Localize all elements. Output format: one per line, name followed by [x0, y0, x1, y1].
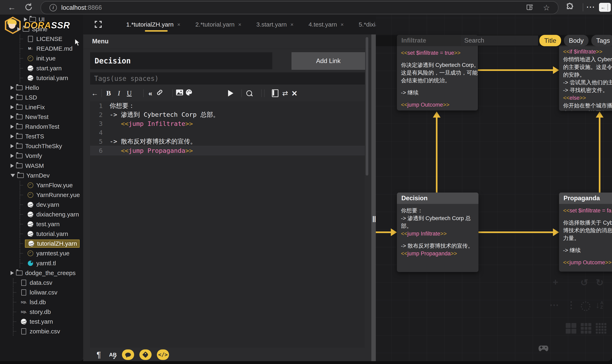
italic-icon[interactable]: I: [113, 89, 125, 97]
tags-input[interactable]: [90, 72, 365, 85]
code-editor[interactable]: 1你想要：2-> 渗透到 Cybertech Corp 总部。3 <<jump …: [90, 101, 365, 348]
filter-body-button[interactable]: Body: [564, 35, 588, 46]
tree-file-loliwar.csv[interactable]: loliwar.csv: [13, 287, 57, 297]
tree-folder-TestTS[interactable]: TestTS: [11, 131, 44, 141]
code-button[interactable]: </>: [157, 350, 169, 360]
code-line-4[interactable]: 4: [90, 128, 365, 137]
tree-folder-NewTest[interactable]: NewTest: [11, 112, 48, 122]
tab-3.start.yarn[interactable]: 3.start.yarn×: [256, 14, 293, 34]
palette-icon[interactable]: [184, 89, 194, 98]
tree-file-data.csv[interactable]: data.csv: [13, 278, 52, 287]
code-line-5[interactable]: 5-> 散布反对赛博技术的宣传。: [90, 137, 365, 146]
tree-file-YarnFlow.yue[interactable]: YarnFlow.yue: [20, 180, 73, 190]
tree-file-dixiacheng.yarn[interactable]: dixiacheng.yarn: [20, 209, 79, 219]
swap-icon[interactable]: ⇄: [280, 89, 290, 97]
add-link-button[interactable]: Add Link: [292, 52, 365, 70]
undo-icon[interactable]: ↺: [580, 277, 588, 288]
url-bar[interactable]: i localhost:8866 ☆: [41, 1, 558, 14]
tree-file-init.yue[interactable]: init.yue: [20, 53, 56, 63]
pilcrow-icon[interactable]: ¶: [97, 350, 101, 359]
code-line-3[interactable]: 3 <<jump Infiltrate>>: [90, 119, 365, 128]
code-line-6[interactable]: 6 <<jump Propaganda>>: [90, 146, 365, 155]
browser-back-icon[interactable]: ←: [7, 3, 16, 12]
gamepad-icon[interactable]: [538, 345, 549, 353]
graph-search-input[interactable]: [461, 36, 538, 46]
search-icon[interactable]: [246, 91, 252, 96]
tree-folder-LSD[interactable]: LSD: [11, 93, 37, 102]
sort-az-icon[interactable]: ↓ AZ: [595, 300, 603, 310]
underline-icon[interactable]: U: [125, 89, 134, 97]
bookmark-star-icon[interactable]: ☆: [543, 3, 550, 12]
panel-splitter[interactable]: ‖: [371, 34, 376, 361]
tree-folder-WASM[interactable]: WASM: [11, 161, 44, 171]
node-title-input[interactable]: [90, 52, 272, 69]
tree-file-story.db[interactable]: SQLstory.db: [13, 307, 51, 317]
bold-icon[interactable]: B: [104, 89, 113, 97]
fullscreen-icon[interactable]: [94, 20, 103, 30]
code-line-1[interactable]: 1你想要：: [90, 101, 365, 110]
browser-reload-icon[interactable]: [24, 3, 33, 12]
grid-2-icon[interactable]: [566, 323, 576, 334]
tree-file-tutorialZH.yarn[interactable]: tutorialZH.yarn: [20, 239, 80, 248]
graph-node-propaganda[interactable]: Propaganda<<set $infiltrate = fa你选择散播关于 …: [559, 193, 612, 272]
filter-title-button[interactable]: Title: [539, 35, 561, 46]
image-icon[interactable]: [175, 89, 184, 97]
auto-layout-spinner-icon[interactable]: [581, 301, 590, 311]
tree-file-yarntest.yue[interactable]: yarntest.yue: [20, 248, 70, 258]
tree-file-LICENSE[interactable]: LICENSE: [20, 34, 62, 44]
tree-file-tutorial.yarn[interactable]: tutorial.yarn: [20, 73, 68, 83]
dialog-bubble-button[interactable]: [122, 350, 134, 360]
extensions-puzzle-icon[interactable]: [565, 2, 575, 13]
tree-folder-UI[interactable]: UI: [24, 14, 45, 24]
layout-frame-icon[interactable]: [272, 89, 278, 97]
tree-file-yarntl.tl[interactable]: yarntl.tl: [20, 259, 56, 268]
tree-file-dev.yarn[interactable]: dev.yarn: [20, 200, 59, 209]
more-horizontal-icon[interactable]: ⋯: [550, 299, 559, 310]
spellcheck-icon[interactable]: AB✓: [109, 352, 117, 358]
grid-4-icon[interactable]: [596, 323, 606, 334]
tab-close-icon[interactable]: ×: [238, 22, 241, 28]
tree-file-lsd.db[interactable]: SQLlsd.db: [13, 297, 46, 307]
tree-file-zombie.csv[interactable]: zombie.csv: [13, 326, 60, 336]
menu-button[interactable]: Menu: [92, 38, 109, 45]
add-node-icon[interactable]: +: [553, 277, 558, 287]
tree-folder-TouchTheSky[interactable]: TouchTheSky: [11, 141, 62, 151]
tree-file-test.yarn[interactable]: test.yarn: [13, 317, 53, 326]
graph-node-outcome[interactable]: <<if $infiltrate>>你悄悄地进入 Cybertech的主要设施。…: [559, 45, 612, 111]
tree-folder-dodge_the_creeps[interactable]: dodge_the_creeps: [11, 268, 76, 278]
tree-folder-Vomfy[interactable]: Vomfy: [11, 151, 42, 161]
tab-1.*tutorialZH.yarn[interactable]: 1.*tutorialZH.yarn×: [126, 14, 181, 34]
tree-folder-Spine[interactable]: Spine: [17, 24, 47, 34]
grid-3-icon[interactable]: [581, 323, 591, 334]
tree-file-tutorial.yarn[interactable]: tutorial.yarn: [20, 229, 68, 239]
collapse-icon[interactable]: «: [146, 89, 155, 97]
play-icon[interactable]: [228, 90, 233, 96]
tab-close-icon[interactable]: ×: [341, 22, 344, 28]
split-tab-icon[interactable]: [526, 3, 534, 12]
tree-file-YarnRunner.yue[interactable]: YarnRunner.yue: [20, 190, 80, 200]
link-icon[interactable]: [155, 89, 164, 98]
more-vertical-icon[interactable]: ⋮: [567, 299, 576, 310]
redo-icon[interactable]: ↻: [596, 277, 604, 288]
tab-close-icon[interactable]: ×: [177, 22, 180, 28]
back-arrow-icon[interactable]: ←: [90, 89, 99, 97]
tree-file-test.yarn[interactable]: test.yarn: [20, 219, 60, 229]
tree-folder-RandomTest[interactable]: RandomTest: [11, 122, 59, 131]
tree-file-start.yarn[interactable]: start.yarn: [20, 64, 62, 73]
browser-menu-icon[interactable]: ⋯: [586, 2, 595, 12]
tag-button[interactable]: [139, 350, 152, 360]
tree-folder-YarnDev[interactable]: YarnDev: [11, 171, 50, 180]
tab-close-icon[interactable]: ×: [290, 22, 293, 28]
filter-tags-button[interactable]: Tags: [591, 35, 612, 46]
browser-sidebar-toggle-icon[interactable]: ←: [599, 3, 611, 12]
tab-4.test.yarn[interactable]: 4.test.yarn×: [309, 14, 344, 34]
site-info-icon[interactable]: i: [50, 4, 57, 11]
close-node-icon[interactable]: ×: [290, 88, 299, 99]
editor-scrollbar[interactable]: [366, 37, 368, 176]
code-line-2[interactable]: 2-> 渗透到 Cybertech Corp 总部。: [90, 110, 365, 119]
tab-2.*tutorial.yarn[interactable]: 2.*tutorial.yarn×: [195, 14, 241, 34]
tree-folder-LineFix[interactable]: LineFix: [11, 102, 45, 112]
node-graph-panel[interactable]: Infiltrate<<set $infiltrate = true>>你决定渗…: [376, 14, 612, 361]
tree-file-README.md[interactable]: M↓README.md: [20, 44, 72, 53]
graph-node-decision[interactable]: Decision你想要：-> 渗透到 Cybertech Corp 总部。<<j…: [397, 193, 478, 272]
